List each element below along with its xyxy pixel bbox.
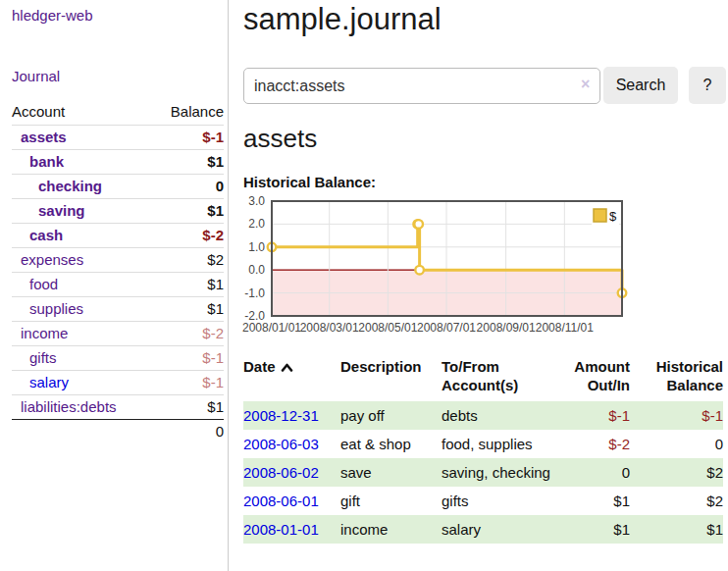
account-link[interactable]: checking [12, 178, 102, 195]
register-cell-date[interactable]: 2008-06-01 [243, 487, 340, 515]
account-row: cash$-2 [12, 223, 224, 247]
account-link[interactable]: gifts [12, 349, 57, 367]
register-cell-description: income [340, 515, 442, 544]
register-row: 2008-06-02savesaving, checking0$2 [243, 458, 723, 487]
register-row: 2008-12-31pay offdebts$-1$-1 [243, 401, 723, 430]
account-link[interactable]: food [12, 276, 58, 293]
register-cell-amount: $-1 [551, 401, 630, 430]
chart-x-tick-label: 2008/05/01 [358, 321, 417, 335]
register-cell-description: gift [340, 487, 442, 515]
account-balance: $-1 [202, 349, 224, 367]
register-cell-amount: $1 [551, 487, 630, 515]
transaction-date-link[interactable]: 2008-12-31 [243, 407, 319, 424]
register-cell-accounts: saving, checking [442, 458, 551, 487]
account-link[interactable]: salary [12, 374, 69, 391]
account-row: liabilities:debts$1 [12, 394, 224, 419]
account-link[interactable]: supplies [12, 300, 83, 318]
account-balance: $1 [207, 153, 224, 171]
sidebar: hledger-web Journal Account Balance asse… [0, 0, 229, 571]
account-balance: $1 [207, 202, 224, 220]
register-cell-date[interactable]: 2008-12-31 [243, 401, 340, 430]
account-link[interactable]: bank [12, 153, 64, 171]
account-heading: assets [243, 124, 317, 154]
account-row: saving$1 [12, 198, 224, 223]
register-cell-accounts: food, supplies [442, 430, 551, 458]
chart-x-tick-label: 2008/07/01 [417, 321, 476, 335]
account-link[interactable]: cash [12, 227, 63, 244]
accounts-total-row: 0 [12, 419, 224, 443]
register-row: 2008-06-03eat & shopfood, supplies$-20 [243, 430, 723, 458]
search-button[interactable]: Search [603, 67, 678, 104]
search-input[interactable] [243, 68, 600, 104]
sort-ascending-icon [281, 363, 293, 372]
register-header-date[interactable]: Date [243, 355, 340, 401]
account-link[interactable]: liabilities:debts [12, 398, 117, 416]
chart-y-tick-label: 3.0 [248, 194, 265, 208]
accounts-table-header: Account Balance [12, 102, 224, 125]
register-cell-description: pay off [340, 401, 442, 430]
account-link[interactable]: assets [12, 129, 67, 146]
register-table: Date Description To/From Account(s) Amou… [243, 355, 723, 544]
register-header-historical: Historical Balance [630, 355, 723, 401]
register-cell-balance: $2 [630, 487, 723, 515]
account-balance: $1 [207, 398, 224, 416]
accounts-header-balance: Balance [171, 103, 224, 120]
chart-x-tick-label: 2008/01/01 [242, 321, 301, 335]
account-balance: $-2 [202, 227, 224, 244]
account-row: gifts$-1 [12, 345, 224, 370]
account-row: checking0 [12, 174, 224, 198]
chart-data-point [415, 266, 424, 275]
account-balance: $-1 [202, 129, 224, 146]
chart-legend-label: $ [609, 209, 617, 224]
chart-y-tick-label: 0.0 [248, 263, 265, 277]
register-cell-balance: 0 [630, 430, 723, 458]
account-row: expenses$2 [12, 247, 224, 272]
register-cell-description: save [340, 458, 442, 487]
transaction-date-link[interactable]: 2008-06-02 [243, 464, 319, 481]
clear-search-icon[interactable]: × [581, 77, 590, 92]
account-balance: $1 [207, 300, 224, 318]
register-cell-accounts: gifts [442, 487, 551, 515]
transaction-date-link[interactable]: 2008-06-01 [243, 493, 319, 509]
account-link[interactable]: expenses [12, 251, 83, 269]
register-row: 2008-06-01giftgifts$1$2 [243, 487, 723, 515]
transaction-date-link[interactable]: 2008-01-01 [243, 521, 319, 538]
historical-balance-chart: 3.02.01.00.0-1.0-2.02008/01/012008/03/01… [235, 194, 728, 343]
register-cell-date[interactable]: 2008-01-01 [243, 515, 340, 544]
account-row: bank$1 [12, 149, 224, 174]
register-header-amount: Amount Out/In [551, 355, 630, 401]
register-row: 2008-01-01incomesalary$1$1 [243, 515, 723, 544]
help-button[interactable]: ? [689, 67, 726, 104]
register-header-description: Description [340, 355, 442, 401]
chart-x-tick-label: 2008/03/01 [300, 321, 359, 335]
account-row: income$-2 [12, 321, 224, 345]
register-cell-amount: 0 [551, 458, 630, 487]
account-link[interactable]: saving [12, 202, 85, 220]
transaction-date-link[interactable]: 2008-06-03 [243, 436, 319, 452]
accounts-table: Account Balance assets$-1bank$1checking0… [12, 102, 224, 443]
account-balance: $2 [207, 251, 224, 269]
chart-legend-swatch [594, 209, 606, 222]
register-cell-date[interactable]: 2008-06-02 [243, 458, 340, 487]
account-row: supplies$1 [12, 296, 224, 321]
chart-x-tick-label: 2008/11/01 [536, 321, 594, 335]
sidebar-item-journal[interactable]: Journal [12, 68, 60, 84]
account-balance: $1 [207, 276, 224, 293]
register-header-row: Date Description To/From Account(s) Amou… [243, 355, 723, 401]
account-link[interactable]: income [12, 325, 68, 342]
register-cell-balance: $1 [630, 515, 723, 544]
chart-x-tick-label: 2008/09/01 [477, 321, 536, 335]
register-header-tofrom: To/From Account(s) [442, 355, 551, 401]
chart-data-point [414, 220, 423, 229]
register-cell-balance: $-1 [630, 401, 723, 430]
register-cell-amount: $1 [551, 515, 630, 544]
account-row: assets$-1 [12, 125, 224, 149]
account-row: food$1 [12, 272, 224, 296]
app-title-link[interactable]: hledger-web [12, 7, 93, 24]
chart-y-tick-label: 1.0 [248, 240, 265, 254]
register-cell-date[interactable]: 2008-06-03 [243, 430, 340, 458]
accounts-total-value: 0 [216, 423, 224, 440]
page-title: sample.journal [243, 2, 442, 37]
chart-y-tick-label: -1.0 [244, 286, 265, 300]
account-balance: $-2 [202, 325, 224, 342]
